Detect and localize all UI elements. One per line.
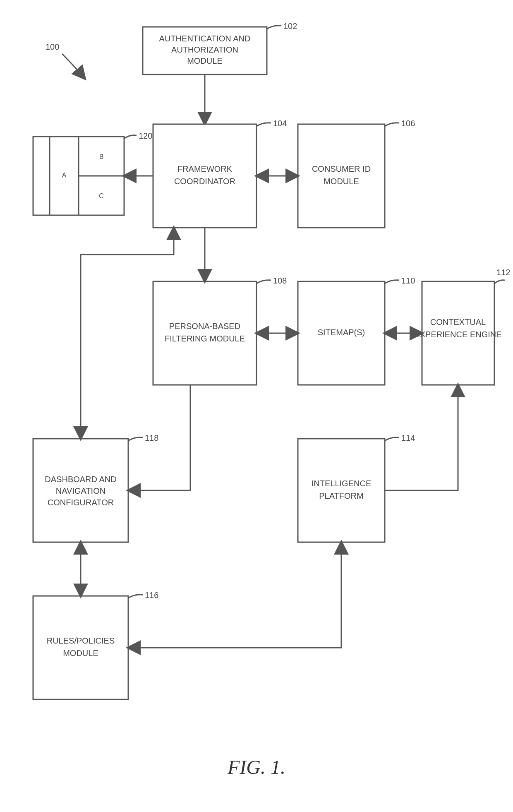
svg-rect-1 [153,124,256,228]
svg-rect-11 [298,439,385,542]
n120-ref: 120 [139,131,152,140]
node-framework-coordinator: FRAMEWORK COORDINATOR 104 [153,119,287,228]
n114-l1: INTELLIGENCE [312,479,371,488]
n118-l1: DASHBOARD AND [45,475,116,484]
n110-ref: 110 [401,276,415,285]
node-dashboard-configurator: DASHBOARD AND NAVIGATION CONFIGURATOR 11… [33,433,158,542]
n108-l1: PERSONA-BASED [169,322,240,331]
n108-ref: 108 [273,276,287,285]
n116-l2: MODULE [63,649,98,658]
node-consumer-id: CONSUMER ID MODULE 106 [298,119,415,228]
n112-l1: CONTEXTUAL [430,317,486,327]
n102-l3: MODULE [187,56,223,65]
node-contextual-engine: CONTEXTUAL EXPERIENCE ENGINE 112 [414,268,510,385]
n104-l2: COORDINATOR [174,177,235,186]
n102-l2: AUTHORIZATION [171,45,238,54]
n112-ref: 112 [496,268,510,277]
n120-A: A [62,172,67,179]
n102-ref: 102 [283,22,297,31]
n106-l2: MODULE [324,177,359,186]
n104-l1: FRAMEWORK [177,164,233,173]
node-dashboard-mock: A B C 120 [33,131,152,215]
n116-l1: RULES/POLICIES [47,636,115,645]
svg-rect-12 [33,596,128,699]
svg-rect-6 [298,124,385,228]
n104-ref: 104 [273,119,287,128]
n106-ref: 106 [401,119,415,128]
n112-l2: EXPERIENCE ENGINE [414,330,501,339]
n108-l2: FILTERING MODULE [165,334,245,343]
n120-B: B [99,153,104,160]
n114-l2: PLATFORM [319,491,363,500]
node-intelligence-platform: INTELLIGENCE PLATFORM 114 [298,433,415,542]
n116-ref: 116 [145,591,158,600]
n120-C: C [99,192,104,199]
n106-l1: CONSUMER ID [312,164,371,173]
n114-ref: 114 [401,433,415,442]
node-rules-policies: RULES/POLICIES MODULE 116 [33,591,158,699]
n118-l3: CONFIGURATOR [48,498,114,507]
n118-ref: 118 [145,433,158,442]
n110-l1: SITEMAP(S) [318,328,365,337]
n102-l1: AUTHENTICATION AND [159,34,251,43]
svg-rect-7 [153,281,256,385]
diagram-canvas: 100 AUTHENTICATION AND AUTHORIZATION MOD… [0,0,513,812]
node-sitemaps: SITEMAP(S) 110 [298,276,415,385]
n118-l2: NAVIGATION [56,486,105,495]
figure-label: FIG. 1. [227,756,285,778]
node-authentication: AUTHENTICATION AND AUTHORIZATION MODULE … [143,22,297,74]
sysref-label: 100 [46,42,59,51]
node-persona-filtering: PERSONA-BASED FILTERING MODULE 108 [153,276,287,385]
